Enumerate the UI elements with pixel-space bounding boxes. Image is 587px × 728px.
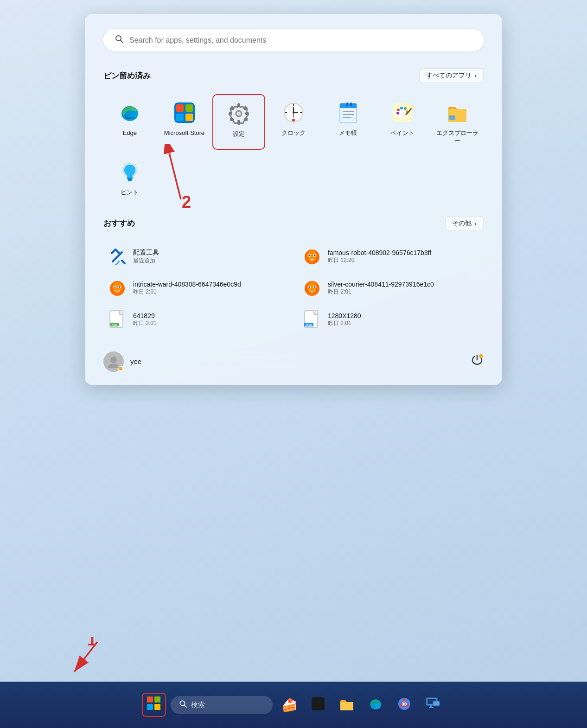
svg-line-61: [115, 262, 119, 265]
svg-point-70: [115, 286, 116, 287]
svg-point-43: [400, 107, 403, 109]
svg-line-90: [169, 153, 181, 199]
hints-app-label: ヒント: [121, 189, 139, 197]
all-apps-chevron: ›: [474, 72, 477, 79]
app-item-notepad[interactable]: メモ帳: [322, 94, 375, 150]
svg-rect-5: [185, 104, 193, 112]
recommended-title: おすすめ: [103, 218, 135, 229]
silver-courier-icon: [303, 279, 321, 298]
svg-line-55: [123, 164, 124, 165]
user-name: yee: [130, 358, 141, 365]
rec-item-png-641829[interactable]: PNG 641829 昨日 2:01: [103, 305, 289, 335]
svg-line-56: [135, 164, 136, 165]
svg-rect-109: [433, 701, 440, 706]
notepad-app-label: メモ帳: [339, 129, 357, 137]
app-item-clock[interactable]: クロック: [267, 94, 320, 150]
svg-rect-6: [176, 114, 184, 121]
svg-text:2: 2: [182, 192, 191, 209]
svg-point-75: [309, 286, 311, 287]
app-item-ms-store[interactable]: Microsoft Store: [158, 94, 211, 150]
intricate-ward-text: intricate-ward-408308-6647346e0c9d 昨日 2:…: [133, 281, 241, 296]
silver-courier-subtitle: 昨日 2:01: [328, 288, 434, 296]
svg-rect-93: [154, 696, 160, 702]
annotation-arrow-1: 1: [46, 637, 102, 683]
taskbar-center: 検索 🍰: [142, 693, 445, 717]
search-bar[interactable]: [103, 29, 484, 51]
edge-tb-icon: [369, 697, 383, 713]
silver-courier-text: silver-courier-408411-92973916e1c0 昨日 2:…: [328, 281, 434, 296]
taskbar-search-text: 検索: [191, 701, 205, 709]
edge-app-icon: [117, 100, 143, 126]
taskbar-app-terminal[interactable]: [306, 693, 330, 717]
rec-item-intricate-ward[interactable]: intricate-ward-408308-6647346e0c9d 昨日 2:…: [103, 274, 289, 303]
svg-point-29: [293, 112, 294, 114]
pinned-section-header: ピン留め済み すべてのアプリ ›: [103, 68, 484, 83]
app-item-paint[interactable]: ペイント: [376, 94, 429, 150]
app-item-explorer[interactable]: エクスプローラー: [431, 94, 484, 150]
notepad-app-icon: [335, 100, 361, 126]
search-input[interactable]: [129, 36, 472, 45]
svg-line-1: [121, 40, 123, 43]
intricate-ward-subtitle: 昨日 2:01: [133, 288, 241, 296]
deploy-tool-title: 配置工具: [133, 249, 159, 257]
taskbar-app-cake[interactable]: 🍰: [277, 693, 301, 717]
recommended-section-header: おすすめ その他 ›: [103, 216, 484, 231]
svg-text:1: 1: [87, 637, 96, 649]
rec-item-silver-courier[interactable]: silver-courier-408411-92973916e1c0 昨日 2:…: [298, 274, 484, 303]
online-indicator: [118, 366, 123, 371]
taskbar-app-file-explorer[interactable]: [335, 693, 359, 717]
more-chevron: ›: [474, 220, 477, 227]
svg-rect-11: [237, 120, 240, 124]
svg-point-19: [237, 112, 241, 115]
svg-rect-10: [237, 103, 240, 107]
famous-robot-subtitle: 昨日 12:20: [328, 256, 431, 264]
svg-point-104: [403, 703, 406, 705]
svg-point-65: [309, 255, 311, 256]
taskbar-app-remote-desktop[interactable]: [421, 693, 445, 717]
famous-robot-title: famous-robot-408902-96576c17b3ff: [328, 249, 431, 256]
all-apps-label: すべてのアプリ: [426, 71, 472, 80]
app-item-settings[interactable]: 設定: [212, 94, 265, 150]
svg-rect-37: [346, 102, 348, 106]
intricate-ward-icon: [108, 279, 127, 298]
all-apps-button[interactable]: すべてのアプリ ›: [419, 68, 484, 83]
settings-app-icon: [226, 101, 252, 127]
rec-item-deploy-tool[interactable]: 配置工具 最近追加: [103, 242, 289, 272]
start-button[interactable]: [142, 693, 166, 717]
rec-item-jpeg-1280[interactable]: JPEG 1280X1280 昨日 2:01: [298, 305, 484, 335]
power-button[interactable]: [471, 353, 484, 370]
terminal-icon: [311, 696, 325, 713]
svg-rect-98: [312, 697, 325, 710]
user-row: yee: [103, 342, 484, 372]
svg-point-30: [292, 119, 295, 121]
hints-app-icon: [117, 159, 143, 185]
svg-rect-108: [429, 707, 434, 708]
deploy-tool-icon: [108, 248, 127, 266]
chrome-icon: [397, 697, 411, 713]
cake-icon: 🍰: [281, 697, 298, 713]
app-item-edge[interactable]: Edge: [103, 94, 156, 150]
svg-line-57: [113, 252, 122, 262]
png-641829-title: 641829: [133, 312, 157, 319]
clock-app-icon: [281, 100, 306, 126]
user-left[interactable]: yee: [103, 351, 141, 372]
taskbar-app-chrome[interactable]: [392, 693, 416, 717]
svg-rect-53: [128, 180, 132, 181]
edge-app-label: Edge: [123, 129, 137, 137]
taskbar-search[interactable]: 検索: [171, 696, 273, 714]
svg-rect-12: [229, 112, 232, 115]
svg-rect-51: [127, 178, 133, 179]
famous-robot-icon: [303, 248, 321, 266]
jpeg-1280-icon: JPEG: [303, 311, 321, 329]
svg-rect-49: [449, 115, 455, 120]
png-641829-text: 641829 昨日 2:01: [133, 312, 157, 327]
more-button[interactable]: その他 ›: [445, 216, 484, 231]
famous-robot-text: famous-robot-408902-96576c17b3ff 昨日 12:2…: [328, 249, 431, 264]
recommended-section: おすすめ その他 ›: [103, 216, 484, 335]
taskbar-app-edge[interactable]: [364, 693, 388, 717]
jpeg-1280-subtitle: 昨日 2:01: [328, 319, 361, 327]
rec-item-famous-robot[interactable]: famous-robot-408902-96576c17b3ff 昨日 12:2…: [298, 242, 484, 272]
deploy-tool-subtitle: 最近追加: [133, 257, 159, 265]
svg-rect-7: [185, 114, 193, 121]
recommended-grid: 配置工具 最近追加: [103, 242, 484, 335]
